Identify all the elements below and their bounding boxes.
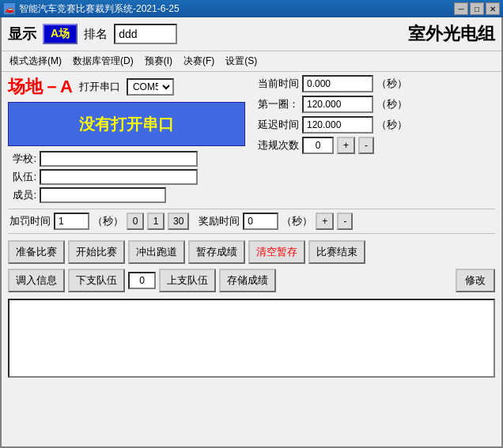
school-input[interactable] [40,151,198,167]
minimize-button[interactable]: ─ [454,2,468,15]
field-section: 场地－A 打开串口 COM5 COM1 COM2 COM3 COM4 没有打开串… [8,75,495,205]
reward-minus-button[interactable]: - [337,213,353,230]
open-port-label: 打开串口 [79,80,120,94]
right-panel: 当前时间 （秒） 第一圈： （秒） 延迟时间 （秒） 违规次数 [252,75,495,157]
menu-database[interactable]: 数据库管理(D) [68,53,138,70]
nav-index-input[interactable] [128,272,156,289]
penalty-1-button[interactable]: 1 [147,213,165,230]
reward-plus-button[interactable]: + [316,213,334,230]
prev-team-button[interactable]: 下支队伍 [68,269,125,292]
no-port-message: 没有打开串口 [8,102,245,146]
log-area[interactable] [8,299,495,378]
reward-unit: （秒） [282,214,312,228]
port-select[interactable]: COM5 COM1 COM2 COM3 COM4 [127,78,174,96]
menu-prelim[interactable]: 预赛(I) [140,53,177,70]
penalty-unit: （秒） [93,214,123,228]
menubar: 模式选择(M) 数据库管理(D) 预赛(I) 决赛(F) 设置(S) [2,51,501,72]
delay-time-input[interactable] [302,116,373,134]
viol-minus-button[interactable]: - [358,137,374,154]
penalty-0-button[interactable]: 0 [127,213,144,230]
rush-button[interactable]: 冲出跑道 [128,240,185,264]
reward-label: 奖励时间 [199,214,240,228]
school-row: 学校: [8,151,245,167]
rank-label: 排名 [84,27,108,42]
viol-input[interactable] [302,137,334,154]
current-time-unit: （秒） [376,77,407,91]
next-team-button[interactable]: 上支队伍 [159,269,216,292]
current-time-row: 当前时间 （秒） [252,75,495,92]
maximize-button[interactable]: □ [470,2,484,15]
member-row: 成员: [8,187,245,203]
lap-time-label: 第一圈： [252,97,299,111]
save-temp-button[interactable]: 暂存成绩 [188,240,245,264]
toolbar: 显示 A场 排名 室外光电组 [2,17,501,51]
penalty-row: 加罚时间 （秒） 0 1 30 奖励时间 （秒） + - [8,209,495,234]
field-button[interactable]: A场 [43,24,78,44]
menu-mode[interactable]: 模式选择(M) [5,53,66,70]
prepare-button[interactable]: 准备比赛 [8,240,65,264]
main-window: 显示 A场 排名 室外光电组 模式选择(M) 数据库管理(D) 预赛(I) 决赛… [0,17,503,448]
load-info-button[interactable]: 调入信息 [8,269,65,292]
current-time-input[interactable] [302,75,373,92]
window-controls: ─ □ ✕ [454,2,500,15]
delay-time-unit: （秒） [376,118,407,132]
school-label: 学校: [8,152,36,166]
clear-temp-button[interactable]: 清空暂存 [248,240,305,264]
end-button[interactable]: 比赛结束 [308,240,365,264]
content-area: 场地－A 打开串口 COM5 COM1 COM2 COM3 COM4 没有打开串… [2,72,501,381]
lap-time-unit: （秒） [376,97,407,111]
start-button[interactable]: 开始比赛 [68,240,125,264]
title-bar: 🚗 智能汽车竞赛比赛裁判系统-2021-6-25 ─ □ ✕ [0,0,503,17]
penalty-label: 加罚时间 [9,214,51,228]
member-input[interactable] [40,187,166,203]
member-label: 成员: [8,188,36,202]
viol-row: 违规次数 + - [252,137,495,154]
lap-time-input[interactable] [302,96,373,113]
navigation-row: 调入信息 下支队伍 上支队伍 存储成绩 修改 [8,269,495,292]
title-text: 智能汽车竞赛比赛裁判系统-2021-6-25 [19,2,180,16]
team-input[interactable] [40,169,198,185]
save-score-button[interactable]: 存储成绩 [219,269,276,292]
menu-settings[interactable]: 设置(S) [221,53,262,70]
viol-label: 违规次数 [252,138,299,152]
delay-time-row: 延迟时间 （秒） [252,116,495,134]
menu-final[interactable]: 决赛(F) [179,53,219,70]
display-label: 显示 [8,24,36,43]
action-row: 准备比赛 开始比赛 冲出跑道 暂存成绩 清空暂存 比赛结束 [8,240,495,264]
rank-input[interactable] [114,24,177,44]
team-label: 队伍: [8,170,36,184]
viol-plus-button[interactable]: + [337,137,355,154]
reward-input[interactable] [243,213,278,230]
team-row: 队伍: [8,169,245,185]
left-panel: 场地－A 打开串口 COM5 COM1 COM2 COM3 COM4 没有打开串… [8,75,245,205]
penalty-30-button[interactable]: 30 [168,213,189,230]
lap-time-row: 第一圈： （秒） [252,96,495,113]
current-time-label: 当前时间 [252,77,299,91]
field-header: 场地－A 打开串口 COM5 COM1 COM2 COM3 COM4 [8,75,245,99]
app-icon: 🚗 [3,2,16,15]
outdoor-label: 室外光电组 [408,22,495,46]
close-button[interactable]: ✕ [486,2,500,15]
modify-button[interactable]: 修改 [456,269,495,292]
field-title: 场地－A [8,75,73,99]
delay-time-label: 延迟时间 [252,118,299,132]
penalty-input[interactable] [54,213,89,230]
